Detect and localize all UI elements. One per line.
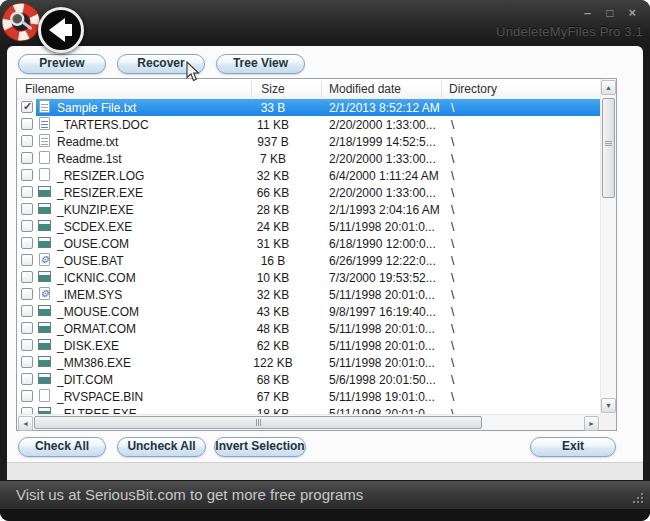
- row-checkbox[interactable]: [21, 237, 33, 249]
- window-title: UndeleteMyFiles Pro 3.1: [496, 24, 643, 39]
- row-size: 31 KB: [237, 237, 309, 251]
- column-header-size[interactable]: Size: [237, 82, 309, 96]
- row-size: 62 KB: [237, 339, 309, 353]
- row-checkbox[interactable]: [21, 390, 33, 402]
- column-header-modified[interactable]: Modified date: [329, 82, 401, 96]
- tree-view-button[interactable]: Tree View: [216, 54, 305, 74]
- row-checkbox[interactable]: [21, 118, 33, 130]
- scroll-up-icon[interactable]: ▲: [601, 80, 616, 95]
- exit-button[interactable]: Exit: [530, 437, 616, 457]
- row-size: 68 KB: [237, 373, 309, 387]
- row-filename: Sample File.txt: [57, 101, 136, 115]
- table-row[interactable]: _ELTREE.EXE 18 KB 5/11/1998 20:01:0... \: [17, 405, 600, 414]
- row-checkbox[interactable]: [21, 186, 33, 198]
- row-filename: _KUNZIP.EXE: [57, 203, 133, 217]
- preview-button[interactable]: Preview: [18, 54, 106, 74]
- row-filename: _DIT.COM: [57, 373, 113, 387]
- invert-selection-button[interactable]: Invert Selection: [214, 437, 306, 457]
- scroll-right-icon[interactable]: ►: [584, 416, 599, 431]
- file-type-icon: [38, 236, 52, 250]
- row-checkbox[interactable]: [21, 135, 33, 147]
- row-directory: \: [451, 237, 454, 251]
- row-checkbox[interactable]: [21, 254, 33, 266]
- row-filename: _SCDEX.EXE: [57, 220, 132, 234]
- row-checkbox[interactable]: [21, 220, 33, 232]
- table-row[interactable]: _ORMAT.COM 48 KB 5/11/1998 20:01:0... \: [17, 320, 600, 337]
- column-header-filename[interactable]: Filename: [25, 82, 74, 96]
- row-modified-date: 6/18/1990 12:00:0...: [329, 237, 436, 251]
- titlebar: UndeleteMyFiles Pro 3.1 – □ ×: [0, 0, 650, 46]
- table-row[interactable]: _DIT.COM 68 KB 5/6/1998 20:01:50... \: [17, 371, 600, 388]
- vertical-scroll-thumb[interactable]: [602, 98, 615, 198]
- row-checkbox[interactable]: [21, 288, 33, 300]
- table-row[interactable]: Sample File.txt 33 B 2/1/2013 8:52:12 AM…: [17, 99, 600, 116]
- row-size: 32 KB: [237, 169, 309, 183]
- row-directory: \: [451, 220, 454, 234]
- row-checkbox[interactable]: [21, 152, 33, 164]
- table-row[interactable]: _DISK.EXE 62 KB 5/11/1998 20:01:0... \: [17, 337, 600, 354]
- row-directory: \: [451, 390, 454, 404]
- row-checkbox[interactable]: [21, 407, 33, 414]
- minimize-icon[interactable]: –: [584, 6, 591, 20]
- file-type-icon: [38, 287, 52, 301]
- app-logo-lifebuoy-icon: [2, 1, 40, 47]
- table-row[interactable]: _RESIZER.EXE 66 KB 2/20/2000 1:33:00... …: [17, 184, 600, 201]
- row-directory: \: [451, 118, 454, 132]
- row-filename: _ELTREE.EXE: [57, 407, 137, 414]
- uncheck-all-button[interactable]: Uncheck All: [117, 437, 206, 457]
- row-checkbox[interactable]: [21, 271, 33, 283]
- row-checkbox[interactable]: [21, 373, 33, 385]
- row-size: 33 B: [237, 101, 309, 115]
- row-modified-date: 2/20/2000 1:33:00...: [329, 118, 436, 132]
- row-directory: \: [451, 356, 454, 370]
- scroll-down-icon[interactable]: ▼: [601, 398, 616, 413]
- app-window: UndeleteMyFiles Pro 3.1 – □ × Preview: [0, 0, 650, 521]
- resize-grip[interactable]: [631, 491, 643, 503]
- horizontal-scroll-thumb[interactable]: [34, 416, 482, 429]
- row-size: 67 KB: [237, 390, 309, 404]
- row-filename: _OUSE.BAT: [57, 254, 123, 268]
- check-all-button[interactable]: Check All: [18, 437, 106, 457]
- row-checkbox[interactable]: [21, 203, 33, 215]
- table-row[interactable]: _IMEM.SYS 32 KB 5/11/1998 20:01:0... \: [17, 286, 600, 303]
- row-checkbox[interactable]: [21, 305, 33, 317]
- maximize-icon[interactable]: □: [606, 6, 613, 20]
- row-size: 18 KB: [237, 407, 309, 414]
- row-size: 32 KB: [237, 288, 309, 302]
- table-row[interactable]: _KUNZIP.EXE 28 KB 2/1/1993 2:04:16 AM \: [17, 201, 600, 218]
- file-type-icon: [38, 219, 52, 233]
- table-row[interactable]: _RVSPACE.BIN 67 KB 5/11/1998 19:01:0... …: [17, 388, 600, 405]
- row-checkbox[interactable]: [21, 169, 33, 181]
- row-modified-date: 2/20/2000 1:33:00...: [329, 152, 436, 166]
- row-checkbox[interactable]: [21, 101, 33, 113]
- table-row[interactable]: _SCDEX.EXE 24 KB 5/11/1998 20:01:0... \: [17, 218, 600, 235]
- table-row[interactable]: Readme.txt 937 B 2/18/1999 14:52:5... \: [17, 133, 600, 150]
- table-row[interactable]: _OUSE.COM 31 KB 6/18/1990 12:00:0... \: [17, 235, 600, 252]
- table-row[interactable]: _OUSE.BAT 16 B 6/26/1999 12:22:0... \: [17, 252, 600, 269]
- row-filename: _RVSPACE.BIN: [57, 390, 143, 404]
- table-row[interactable]: _MM386.EXE 122 KB 5/11/1998 20:01:0... \: [17, 354, 600, 371]
- vertical-scrollbar[interactable]: ▲ ▼: [600, 79, 616, 414]
- scroll-left-icon[interactable]: ◄: [18, 416, 33, 431]
- row-filename: _TARTERS.DOC: [57, 118, 149, 132]
- row-size: 43 KB: [237, 305, 309, 319]
- file-type-icon: [38, 253, 52, 267]
- table-row[interactable]: _RESIZER.LOG 32 KB 6/4/2000 1:11:24 AM \: [17, 167, 600, 184]
- back-button[interactable]: [38, 7, 84, 53]
- row-directory: \: [451, 186, 454, 200]
- row-size: 937 B: [237, 135, 309, 149]
- table-row[interactable]: _MOUSE.COM 43 KB 9/8/1997 16:19:40... \: [17, 303, 600, 320]
- row-modified-date: 2/1/1993 2:04:16 AM: [329, 203, 440, 217]
- row-checkbox[interactable]: [21, 356, 33, 368]
- row-checkbox[interactable]: [21, 339, 33, 351]
- table-row[interactable]: Readme.1st 7 KB 2/20/2000 1:33:00... \: [17, 150, 600, 167]
- horizontal-scrollbar[interactable]: ◄ ►: [17, 414, 600, 430]
- row-filename: Readme.1st: [57, 152, 122, 166]
- table-row[interactable]: _TARTERS.DOC 11 KB 2/20/2000 1:33:00... …: [17, 116, 600, 133]
- row-size: 11 KB: [237, 118, 309, 132]
- row-checkbox[interactable]: [21, 322, 33, 334]
- row-size: 7 KB: [237, 152, 309, 166]
- table-row[interactable]: _ICKNIC.COM 10 KB 7/3/2000 19:53:52... \: [17, 269, 600, 286]
- close-icon[interactable]: ×: [628, 6, 636, 20]
- column-header-directory[interactable]: Directory: [449, 82, 497, 96]
